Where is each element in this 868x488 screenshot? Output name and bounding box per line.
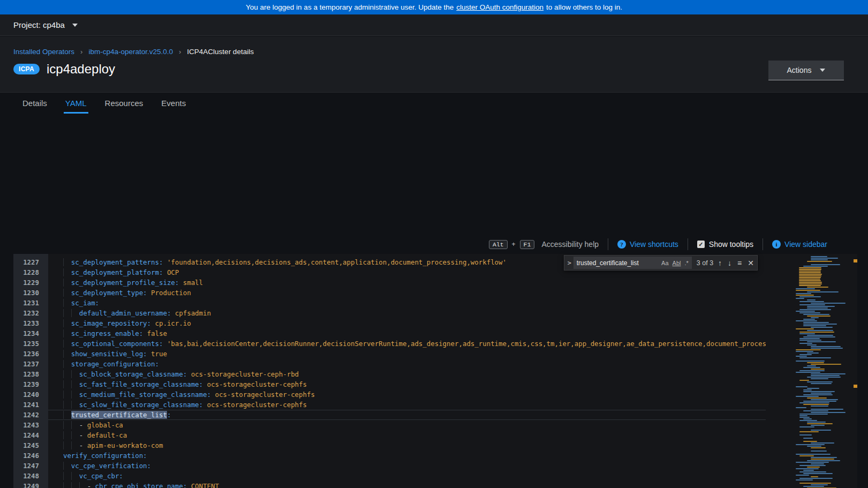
tab-resources[interactable]: Resources — [96, 93, 153, 114]
find-widget: > trusted_certificate_list Aa Abl .* 3 o… — [564, 255, 758, 271]
code-line[interactable]: 1240 sc_medium_file_storage_classname: o… — [13, 389, 857, 400]
code-line[interactable]: 1230 sc_deployment_type: Production — [13, 288, 857, 298]
project-selector[interactable]: Project: cp4ba — [13, 20, 78, 29]
minimap-line — [803, 391, 835, 392]
code-line[interactable]: 1245 - apim-eu-workato-com — [13, 440, 857, 451]
show-tooltips-label: Show tooltips — [709, 240, 753, 249]
minimap-line — [807, 365, 816, 366]
yaml-code-editor[interactable]: 1227 sc_deployment_patterns: 'foundation… — [13, 254, 857, 488]
minimap-line — [799, 285, 821, 286]
code-line[interactable]: 1233 sc_image_repository: cp.icr.io — [13, 318, 857, 328]
code-line[interactable]: 1247 vc_cpe_verification: — [13, 461, 857, 471]
oauth-config-link[interactable]: cluster OAuth configuration — [456, 3, 544, 11]
code-line[interactable]: 1246 verify_configuration: — [13, 451, 857, 461]
minimap-line — [807, 423, 833, 424]
minimap-line — [807, 316, 831, 317]
code-line[interactable]: 1229 sc_deployment_profile_size: small — [13, 277, 857, 288]
minimap[interactable] — [766, 254, 857, 488]
code-line[interactable]: 1236 show_sensitive_log: true — [13, 349, 857, 359]
accessibility-help-label: Accessibility help — [541, 240, 599, 249]
search-match-marker — [854, 385, 857, 388]
view-sidebar-label: View sidebar — [784, 240, 827, 249]
minimap-line — [811, 442, 834, 444]
resource-title-row: ICPA icp4adeploy — [13, 62, 115, 77]
actions-dropdown-button[interactable]: Actions — [768, 61, 844, 80]
find-in-selection-icon[interactable]: ≡ — [737, 259, 742, 267]
minimap-line — [803, 325, 826, 326]
close-icon[interactable]: ✕ — [748, 259, 754, 267]
editor-toolbar: Alt + F1 Accessibility help ? View short… — [489, 236, 827, 252]
match-case-icon[interactable]: Aa — [661, 260, 668, 266]
indent-guide — [71, 431, 79, 439]
indent-guide — [71, 401, 79, 409]
toolbar-divider — [763, 238, 763, 250]
checkbox-checked-icon[interactable]: ✓ — [697, 241, 705, 248]
line-number: 1228 — [13, 267, 48, 277]
minimap-line — [807, 467, 820, 468]
minimap-line — [811, 259, 828, 260]
tab-yaml[interactable]: YAML — [56, 93, 96, 114]
minimap-line — [811, 451, 827, 452]
code-line[interactable]: 1239 sc_fast_file_storage_classname: ocs… — [13, 379, 857, 389]
find-query-text[interactable]: trusted_certificate_list — [577, 259, 658, 267]
code-line[interactable]: 1238 sc_block_storage_classname: ocs-sto… — [13, 369, 857, 379]
toggle-replace-chevron-icon[interactable]: > — [565, 259, 573, 267]
indent-guide — [63, 431, 71, 439]
minimap-line — [799, 301, 824, 302]
minimap-line — [807, 306, 835, 307]
breadcrumb-item[interactable]: Installed Operators — [13, 48, 74, 56]
minimap-line — [807, 335, 833, 336]
code-line[interactable]: 1241 sc_slow_file_storage_classname: ocs… — [13, 400, 857, 410]
view-sidebar-button[interactable]: i View sidebar — [772, 240, 827, 249]
code-line[interactable]: 1232 default_admin_username: cpfsadmin — [13, 308, 857, 318]
minimap-line — [796, 479, 813, 481]
minimap-line — [796, 361, 825, 362]
line-number: 1230 — [13, 288, 48, 298]
tab-details[interactable]: Details — [13, 93, 56, 114]
minimap-line — [803, 314, 829, 315]
previous-match-icon[interactable]: ↑ — [718, 259, 722, 267]
minimap-line — [796, 372, 820, 373]
code-line[interactable]: 1244 - default-ca — [13, 430, 857, 440]
view-shortcuts-button[interactable]: ? View shortcuts — [617, 240, 678, 249]
find-input[interactable]: trusted_certificate_list Aa Abl .* — [573, 257, 692, 269]
minimap-line — [807, 330, 833, 331]
minimap-line — [796, 298, 804, 299]
line-content: verify_configuration: — [48, 451, 766, 461]
indent-guide — [63, 472, 71, 480]
minimap-line — [796, 444, 825, 445]
code-line[interactable]: 1237 storage_configuration: — [13, 359, 857, 369]
code-line[interactable]: 1249 - cbr_cpe_obj_store_name: CONTENT — [13, 481, 857, 488]
line-content: sc_ingress_enable: false — [48, 328, 766, 339]
minimap-line — [811, 327, 833, 328]
code-line[interactable]: 1234 sc_ingress_enable: false — [13, 328, 857, 339]
minimap-line — [803, 394, 833, 395]
indent-guide — [63, 370, 71, 378]
minimap-line — [811, 348, 843, 349]
minimap-line — [803, 322, 829, 323]
minimap-line — [796, 290, 820, 291]
whole-word-icon[interactable]: Abl — [673, 260, 681, 266]
show-tooltips-toggle[interactable]: ✓ Show tooltips — [697, 240, 753, 249]
minimap-line — [799, 414, 828, 415]
minimap-line — [799, 269, 821, 270]
minimap-line — [799, 402, 829, 403]
indent-guide — [79, 482, 87, 488]
minimap-line — [811, 346, 841, 347]
code-line[interactable]: 1231 sc_iam: — [13, 298, 857, 308]
code-line[interactable]: 1243 - global-ca — [13, 420, 857, 430]
line-content: sc_block_storage_classname: ocs-storagec… — [48, 369, 766, 379]
next-match-icon[interactable]: ↓ — [728, 259, 731, 267]
code-line[interactable]: 1248 vc_cpe_cbr: — [13, 471, 857, 481]
breadcrumb-item[interactable]: ibm-cp4a-operator.v25.0.0 — [88, 48, 173, 56]
tab-events[interactable]: Events — [152, 93, 195, 114]
minimap-line — [807, 287, 828, 288]
minimap-line — [807, 261, 832, 262]
regex-icon[interactable]: .* — [684, 260, 688, 266]
line-content: trusted_certificate_list: — [48, 410, 766, 420]
minimap-line — [799, 279, 820, 280]
line-number: 1240 — [13, 389, 48, 400]
code-line[interactable]: 1235 sc_optional_components: 'bas,bai,de… — [13, 339, 857, 349]
code-line[interactable]: 1242 trusted_certificate_list: — [13, 410, 857, 420]
minimap-line — [796, 386, 807, 387]
